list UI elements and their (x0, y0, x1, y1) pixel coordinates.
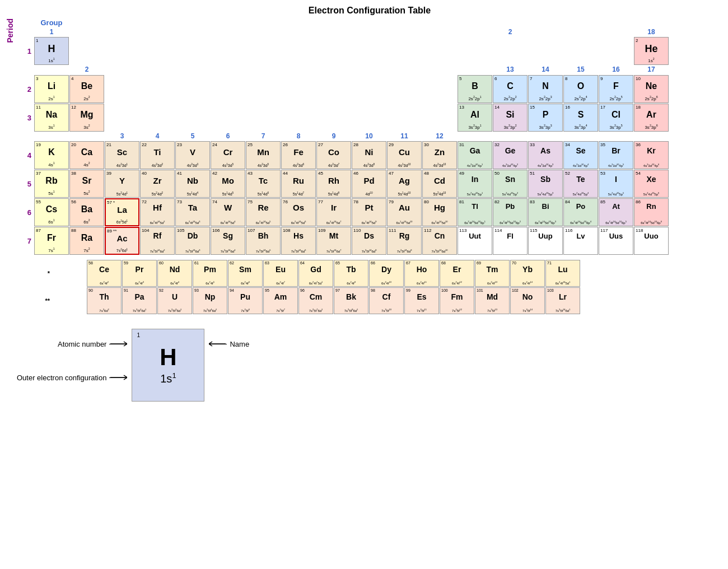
element-Bi: 83 Bi 6s24f145d106p3 (528, 198, 563, 226)
element-Pa: 91 Pa 7s25f26d1 (122, 287, 157, 314)
element-Bk: 97 Bk 7s25f86d1 (334, 287, 368, 314)
page-title: Electron Configuration Table (17, 6, 722, 16)
element-Db: 105 Db 7s25f146d3 (175, 227, 210, 255)
element-V: 23 V 4s23d3 (175, 141, 210, 169)
element-Rb: 37 Rb 5s1 (34, 170, 69, 198)
element-Uut: 113 Uut (458, 227, 492, 255)
element-Lu: 71 Lu 6s24f145d1 (545, 260, 580, 287)
element-Pd: 46 Pd 4d10 (352, 170, 386, 198)
element-At: 85 At 6s24f145d106p5 (599, 198, 633, 226)
element-Ru: 44 Ru 5s14d7 (281, 170, 316, 198)
element-In: 49 In 5s24d105p1 (458, 170, 492, 198)
element-Nd: 60 Nd 6s24f4 (157, 260, 192, 287)
element-Uup: 115 Uup (528, 227, 563, 255)
legend-config: 1s1 (160, 371, 176, 385)
element-No: 102 No 7s25f14 (510, 287, 545, 314)
element-Ho: 67 Ho 6s24f11 (404, 260, 439, 287)
element-Ni: 28 Ni 4s23d8 (352, 141, 386, 169)
element-Ta: 73 Ta 6s24f145d3 (175, 198, 210, 226)
period-row-5: 5 37 Rb 5s1 38 Sr 5s2 39 Y 5s24d1 40 (17, 170, 669, 198)
element-O: 8 O 2s22p4 (563, 75, 598, 103)
element-Rn: 86 Rn 6s24f145d106p6 (634, 198, 669, 226)
element-Tl: 81 Tl 6s24f145d106p1 (458, 198, 492, 226)
element-Rf: 104 Rf 7s25f146d2 (140, 227, 175, 255)
element-Pu: 94 Pu 7s25f6 (228, 287, 263, 314)
element-Mn: 25 Mn 4s23d5 (246, 141, 281, 169)
element-Tc: 43 Tc 5s14d6 (246, 170, 281, 198)
element-Lr: 103 Lr 7s25f146d1 (545, 287, 580, 314)
group-header-label: Group (34, 18, 69, 27)
element-Xe: 54 Xe 5s24d105p6 (634, 170, 669, 198)
element-S: 16 S 3s23p4 (563, 104, 598, 132)
element-Uus: 117 Uus (599, 227, 633, 255)
element-Cn: 112 Cn 7s25f146d10 (422, 227, 457, 255)
element-Ir: 77 Ir 6s24f145d7 (316, 198, 351, 226)
lanthanide-row: * 58 Ce 6s24f2 59 Pr 6s24f3 60 Nd 6s24f4 (17, 260, 669, 287)
period-row-2: 2 3 Li 2s1 4 Be 2s2 5 B 2s22p1 (17, 75, 669, 103)
element-Np: 93 Np 7s25f46d1 (193, 287, 227, 314)
period-row-6: 6 55 Cs 6s1 56 Ba 6s2 57 * La 6s25d1 (17, 198, 669, 226)
element-Md: 101 Md 7s25f13 (475, 287, 510, 314)
element-Au: 79 Au 6s14f145d10 (387, 198, 422, 226)
element-Th: 90 Th 7s26d2 (87, 287, 122, 314)
element-Sg: 106 Sg 7s25f146d4 (211, 227, 245, 255)
element-Er: 68 Er 6s24f12 (440, 260, 474, 287)
element-Tb: 65 Tb 6s24f9 (334, 260, 368, 287)
element-Fl: 114 Fl (493, 227, 528, 255)
periodic-table-container: Electron Configuration Table Period Grou… (6, 6, 722, 402)
element-K: 19 K 4s1 (34, 141, 69, 169)
period-row-7: 7 87 Fr 7s1 88 Ra 7s2 89 ** Ac 7s26d1 (17, 227, 669, 255)
element-I: 53 I 5s24d105p5 (599, 170, 633, 198)
element-Ra: 88 Ra 7s2 (69, 227, 104, 255)
legend-atomic-number: 1 (137, 332, 140, 338)
element-Tm: 69 Tm 6s24f13 (475, 260, 510, 287)
element-Fm: 100 Fm 7s25f12 (440, 287, 474, 314)
period-row-4: 4 19 K 4s1 20 Ca 4s2 21 Sc 4s23d1 22 (17, 141, 669, 169)
element-B: 5 B 2s22p1 (458, 75, 492, 103)
period-row-3: 3 11 Na 3s1 12 Mg 3s2 13 Al 3s23p1 (17, 104, 669, 132)
element-Al: 13 Al 3s23p1 (458, 104, 492, 132)
element-Sr: 38 Sr 5s2 (69, 170, 104, 198)
element-Hg: 80 Hg 6s24f145d10 (422, 198, 457, 226)
element-P: 15 P 3s23p3 (528, 104, 563, 132)
element-Li: 3 Li 2s1 (34, 75, 69, 103)
element-Nb: 41 Nb 5s14d4 (175, 170, 210, 198)
element-Cs: 55 Cs 6s1 (34, 198, 69, 226)
element-Rg: 111 Rg 7s25f146d9 (387, 227, 422, 255)
element-Cr: 24 Cr 4s13d5 (211, 141, 245, 169)
element-Ge: 32 Ge 4s23d104p2 (493, 141, 528, 169)
element-Zr: 40 Zr 5s24d2 (140, 170, 175, 198)
atomic-number-legend-label: Atomic number (58, 340, 126, 348)
element-Ac: 89 ** Ac 7s26d1 (105, 227, 139, 255)
element-Ne: 10 Ne 2s22p6 (634, 75, 669, 103)
element-F: 9 F 2s22p5 (599, 75, 633, 103)
element-La: 57 * La 6s25d1 (105, 198, 139, 226)
element-Ca: 20 Ca 4s2 (69, 141, 104, 169)
element-Mo: 42 Mo 5s14d5 (211, 170, 245, 198)
element-U: 92 U 7s25f36d1 (157, 287, 192, 314)
element-Br: 35 Br 4s23d104p5 (599, 141, 633, 169)
actinide-row: ** 90 Th 7s26d2 91 Pa 7s25f26d1 92 U 7s2… (17, 287, 669, 314)
element-Am: 95 Am 7s25f7 (263, 287, 298, 314)
element-Pb: 82 Pb 6s24f145d106p2 (493, 198, 528, 226)
element-Mg: 12 Mg 3s2 (69, 104, 104, 132)
element-Fe: 26 Fe 4s23d6 (281, 141, 316, 169)
element-Os: 76 Os 6s24f145d6 (281, 198, 316, 226)
element-Lv: 116 Lv (563, 227, 598, 255)
element-Sm: 62 Sm 6s24f6 (228, 260, 263, 287)
legend-element-box: 1 H 1s1 (132, 329, 204, 402)
element-Cl: 17 Cl 3s23p5 (599, 104, 633, 132)
period-row-1: 1 1 H 1s1 2 He 1s2 (17, 37, 669, 65)
element-As: 33 As 4s23d104p3 (528, 141, 563, 169)
element-C: 6 C 2s22p2 (493, 75, 528, 103)
element-Es: 99 Es 7s25f11 (404, 287, 439, 314)
element-Uuo: 118 Uuo (634, 227, 669, 255)
element-Ds: 110 Ds 7s25f146d8 (352, 227, 386, 255)
element-Te: 52 Te 5s24d105p4 (563, 170, 598, 198)
element-Y: 39 Y 5s24d1 (105, 170, 139, 198)
element-Fr: 87 Fr 7s1 (34, 227, 69, 255)
element-Cf: 98 Cf 7s25f10 (369, 287, 404, 314)
outer-config-legend-label: Outer electron configuration (17, 374, 126, 382)
element-Be: 4 Be 2s2 (69, 75, 104, 103)
element-Po: 84 Po 6s24f145d106p4 (563, 198, 598, 226)
